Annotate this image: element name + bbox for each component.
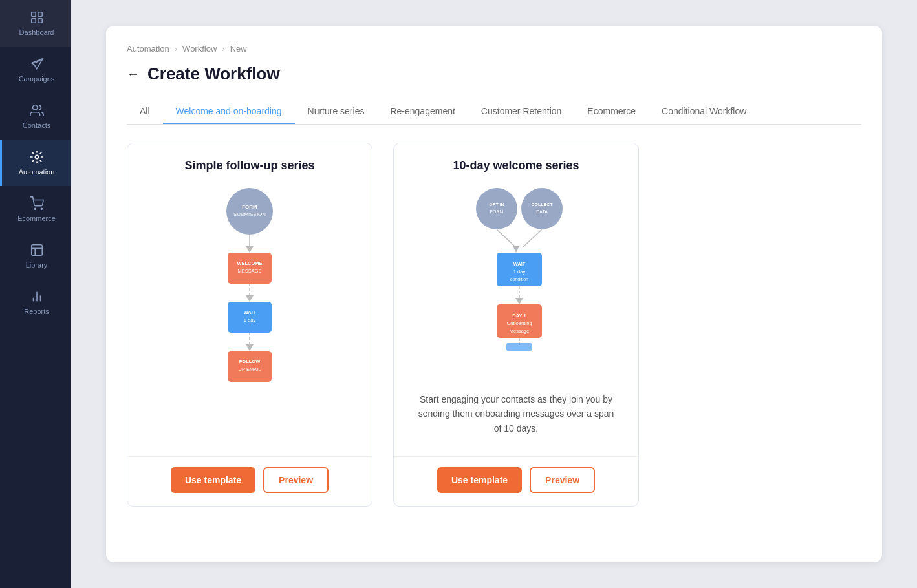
cards-grid: Simple follow-up series FORM SUBMISSION (127, 143, 861, 507)
svg-text:DAY 1: DAY 1 (512, 313, 526, 319)
preview-button-1[interactable]: Preview (263, 467, 329, 493)
svg-point-6 (34, 208, 36, 209)
tab-retention[interactable]: Customer Retention (468, 100, 575, 124)
card-actions-2: Use template Preview (394, 456, 638, 506)
card-title-1: Simple follow-up series (184, 159, 314, 173)
tab-reengagement[interactable]: Re-engagement (377, 100, 468, 124)
svg-point-4 (32, 105, 37, 110)
sidebar: Dashboard Campaigns Contacts Automation (0, 0, 71, 588)
diagram-1: FORM SUBMISSION WELCOME MESSAGE (140, 185, 359, 386)
svg-text:condition: condition (510, 277, 528, 282)
svg-point-27 (476, 188, 517, 229)
tabs-bar: All Welcome and on-boarding Nurture seri… (127, 100, 861, 125)
svg-text:FORM: FORM (242, 204, 257, 210)
content-card: Automation › Workflow › New ← Create Wor… (106, 26, 882, 562)
svg-marker-23 (246, 344, 254, 351)
svg-text:Message: Message (510, 328, 529, 334)
back-button[interactable]: ← (127, 67, 140, 81)
svg-text:COLLECT: COLLECT (531, 202, 553, 207)
use-template-button-1[interactable]: Use template (171, 467, 255, 493)
sidebar-item-campaigns[interactable]: Campaigns (0, 47, 71, 93)
main-area: Automation › Workflow › New ← Create Wor… (71, 0, 917, 588)
tab-welcome[interactable]: Welcome and on-boarding (163, 100, 295, 124)
card-content-1: Simple follow-up series FORM SUBMISSION (127, 143, 372, 456)
svg-text:DATA: DATA (536, 209, 548, 214)
diagram-2: OPT-IN FORM COLLECT DATA WAIT (407, 185, 625, 379)
breadcrumb: Automation › Workflow › New (127, 44, 861, 54)
breadcrumb-sep-2: › (222, 44, 224, 54)
svg-rect-0 (31, 12, 35, 16)
sidebar-item-automation[interactable]: Automation (0, 140, 71, 186)
use-template-button-2[interactable]: Use template (437, 467, 522, 493)
svg-text:FOLLOW: FOLLOW (239, 359, 261, 364)
svg-point-7 (41, 208, 42, 209)
breadcrumb-new: New (230, 44, 247, 54)
svg-point-30 (521, 188, 563, 229)
svg-text:OPT-IN: OPT-IN (489, 202, 504, 207)
svg-text:FORM: FORM (490, 209, 504, 214)
svg-text:SUBMISSION: SUBMISSION (233, 211, 266, 217)
svg-point-5 (35, 155, 39, 159)
svg-text:WAIT: WAIT (244, 310, 256, 315)
card-title-2: 10-day welcome series (453, 159, 579, 173)
preview-button-2[interactable]: Preview (530, 467, 595, 493)
svg-line-33 (497, 229, 516, 247)
svg-text:1 day: 1 day (244, 317, 256, 323)
card-description-2: Start engaging your contacts as they joi… (407, 387, 625, 446)
sidebar-item-reports[interactable]: Reports (0, 279, 71, 326)
svg-marker-35 (513, 246, 519, 253)
svg-text:Onboarding: Onboarding (506, 320, 532, 326)
breadcrumb-automation[interactable]: Automation (127, 44, 169, 54)
sidebar-item-dashboard[interactable]: Dashboard (0, 0, 71, 47)
sidebar-item-library[interactable]: Library (0, 233, 71, 279)
card-simple-followup: Simple follow-up series FORM SUBMISSION (127, 143, 372, 507)
breadcrumb-workflow[interactable]: Workflow (182, 44, 217, 54)
tab-all[interactable]: All (127, 100, 163, 124)
page-title: Create Workflow (147, 64, 280, 84)
card-actions-1: Use template Preview (127, 456, 372, 506)
svg-line-34 (523, 229, 542, 247)
tab-conditional[interactable]: Conditional Workflow (649, 100, 759, 124)
svg-marker-13 (246, 246, 254, 253)
svg-marker-18 (246, 295, 254, 302)
svg-text:WAIT: WAIT (513, 261, 526, 267)
svg-rect-3 (38, 19, 41, 23)
svg-marker-41 (515, 298, 523, 304)
svg-text:MESSAGE: MESSAGE (237, 268, 261, 274)
svg-text:UP EMAIL: UP EMAIL (239, 366, 261, 372)
card-10day-welcome: 10-day welcome series OPT-IN FORM COLLEC… (393, 143, 639, 507)
svg-rect-1 (38, 12, 41, 16)
card-content-2: 10-day welcome series OPT-IN FORM COLLEC… (394, 143, 638, 456)
tab-nurture[interactable]: Nurture series (295, 100, 378, 124)
sidebar-item-contacts[interactable]: Contacts (0, 93, 71, 140)
svg-text:WELCOME: WELCOME (237, 260, 262, 266)
page-title-row: ← Create Workflow (127, 64, 861, 84)
sidebar-item-ecommerce[interactable]: Ecommerce (0, 186, 71, 233)
svg-rect-47 (506, 343, 532, 351)
svg-rect-8 (31, 245, 42, 256)
breadcrumb-sep-1: › (175, 44, 177, 54)
tab-ecommerce[interactable]: Ecommerce (574, 100, 649, 124)
svg-text:1 day: 1 day (513, 269, 526, 275)
svg-rect-2 (31, 19, 35, 23)
